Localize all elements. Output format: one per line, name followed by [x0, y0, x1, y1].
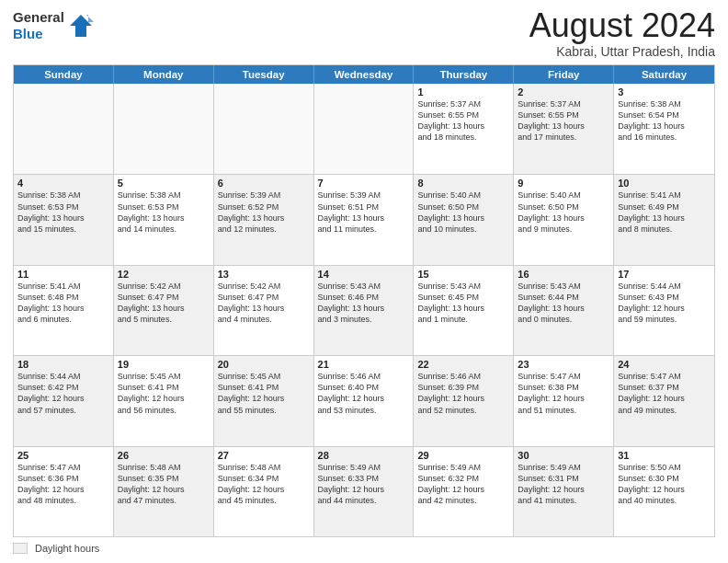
calendar-cell-23: 23Sunrise: 5:47 AM Sunset: 6:38 PM Dayli… — [514, 356, 614, 445]
day-number: 21 — [318, 359, 410, 370]
day-number: 12 — [118, 269, 210, 280]
calendar-cell-15: 15Sunrise: 5:43 AM Sunset: 6:45 PM Dayli… — [414, 266, 514, 355]
calendar-cell-21: 21Sunrise: 5:46 AM Sunset: 6:40 PM Dayli… — [314, 356, 415, 445]
weekday-header-wednesday: Wednesday — [314, 65, 415, 84]
calendar-row-2: 11Sunrise: 5:41 AM Sunset: 6:48 PM Dayli… — [14, 265, 714, 355]
day-number: 17 — [618, 269, 711, 280]
month-title: August 2024 — [529, 9, 715, 42]
day-info: Sunrise: 5:45 AM Sunset: 6:41 PM Dayligh… — [218, 371, 310, 416]
day-number: 11 — [17, 269, 109, 280]
day-number: 27 — [218, 450, 310, 461]
day-number: 2 — [518, 86, 609, 98]
day-info: Sunrise: 5:39 AM Sunset: 6:52 PM Dayligh… — [218, 190, 310, 235]
page: General Blue August 2024 Kabrai, Uttar P… — [0, 0, 728, 563]
day-number: 3 — [618, 86, 711, 98]
calendar-cell-empty — [114, 84, 214, 174]
logo-icon — [68, 13, 94, 39]
day-number: 10 — [618, 178, 711, 189]
day-info: Sunrise: 5:47 AM Sunset: 6:36 PM Dayligh… — [17, 462, 109, 507]
calendar-cell-5: 5Sunrise: 5:38 AM Sunset: 6:53 PM Daylig… — [114, 175, 214, 264]
day-number: 5 — [118, 178, 210, 189]
calendar-cell-empty — [314, 84, 415, 174]
day-info: Sunrise: 5:44 AM Sunset: 6:43 PM Dayligh… — [618, 281, 711, 326]
day-info: Sunrise: 5:38 AM Sunset: 6:54 PM Dayligh… — [618, 98, 711, 144]
calendar-cell-22: 22Sunrise: 5:46 AM Sunset: 6:39 PM Dayli… — [414, 356, 514, 445]
day-info: Sunrise: 5:42 AM Sunset: 6:47 PM Dayligh… — [118, 281, 210, 326]
day-number: 6 — [218, 178, 310, 189]
subtitle: Kabrai, Uttar Pradesh, India — [529, 44, 715, 59]
calendar-body: 1Sunrise: 5:37 AM Sunset: 6:55 PM Daylig… — [14, 84, 714, 536]
calendar-cell-1: 1Sunrise: 5:37 AM Sunset: 6:55 PM Daylig… — [414, 84, 514, 174]
calendar-cell-31: 31Sunrise: 5:50 AM Sunset: 6:30 PM Dayli… — [614, 447, 714, 536]
day-info: Sunrise: 5:43 AM Sunset: 6:46 PM Dayligh… — [318, 281, 410, 326]
calendar-cell-17: 17Sunrise: 5:44 AM Sunset: 6:43 PM Dayli… — [614, 266, 714, 355]
weekday-header-friday: Friday — [514, 65, 614, 84]
calendar-cell-11: 11Sunrise: 5:41 AM Sunset: 6:48 PM Dayli… — [14, 266, 114, 355]
day-info: Sunrise: 5:48 AM Sunset: 6:35 PM Dayligh… — [118, 462, 210, 507]
calendar-cell-2: 2Sunrise: 5:37 AM Sunset: 6:55 PM Daylig… — [514, 84, 614, 174]
calendar-cell-16: 16Sunrise: 5:43 AM Sunset: 6:44 PM Dayli… — [514, 266, 614, 355]
day-info: Sunrise: 5:44 AM Sunset: 6:42 PM Dayligh… — [17, 371, 109, 416]
calendar-cell-29: 29Sunrise: 5:49 AM Sunset: 6:32 PM Dayli… — [414, 447, 514, 536]
calendar-cell-8: 8Sunrise: 5:40 AM Sunset: 6:50 PM Daylig… — [414, 175, 514, 264]
calendar-cell-30: 30Sunrise: 5:49 AM Sunset: 6:31 PM Dayli… — [514, 447, 614, 536]
day-info: Sunrise: 5:50 AM Sunset: 6:30 PM Dayligh… — [618, 462, 711, 507]
legend: Daylight hours — [13, 543, 715, 554]
day-info: Sunrise: 5:47 AM Sunset: 6:37 PM Dayligh… — [618, 371, 711, 416]
day-number: 20 — [218, 359, 310, 370]
weekday-header-thursday: Thursday — [414, 65, 514, 84]
svg-marker-1 — [86, 15, 94, 22]
calendar-cell-19: 19Sunrise: 5:45 AM Sunset: 6:41 PM Dayli… — [114, 356, 214, 445]
day-info: Sunrise: 5:41 AM Sunset: 6:49 PM Dayligh… — [618, 190, 711, 235]
day-info: Sunrise: 5:45 AM Sunset: 6:41 PM Dayligh… — [118, 371, 210, 416]
day-number: 4 — [17, 178, 109, 189]
calendar-cell-9: 9Sunrise: 5:40 AM Sunset: 6:50 PM Daylig… — [514, 175, 614, 264]
day-info: Sunrise: 5:47 AM Sunset: 6:38 PM Dayligh… — [518, 371, 609, 416]
day-number: 23 — [518, 359, 609, 370]
day-info: Sunrise: 5:43 AM Sunset: 6:44 PM Dayligh… — [518, 281, 609, 326]
day-info: Sunrise: 5:49 AM Sunset: 6:32 PM Dayligh… — [417, 462, 509, 507]
header: General Blue August 2024 Kabrai, Uttar P… — [13, 9, 715, 59]
day-info: Sunrise: 5:37 AM Sunset: 6:55 PM Dayligh… — [417, 98, 509, 144]
legend-label: Daylight hours — [35, 543, 99, 554]
calendar-cell-4: 4Sunrise: 5:38 AM Sunset: 6:53 PM Daylig… — [14, 175, 114, 264]
logo-general: General Blue — [13, 9, 64, 42]
day-number: 7 — [318, 178, 410, 189]
day-number: 8 — [417, 178, 509, 189]
day-number: 28 — [318, 450, 410, 461]
day-number: 29 — [417, 450, 509, 461]
day-number: 9 — [518, 178, 609, 189]
calendar-cell-10: 10Sunrise: 5:41 AM Sunset: 6:49 PM Dayli… — [614, 175, 714, 264]
day-number: 15 — [417, 269, 509, 280]
calendar-cell-25: 25Sunrise: 5:47 AM Sunset: 6:36 PM Dayli… — [14, 447, 114, 536]
calendar-cell-20: 20Sunrise: 5:45 AM Sunset: 6:41 PM Dayli… — [214, 356, 314, 445]
day-number: 1 — [417, 86, 509, 98]
logo: General Blue — [13, 9, 94, 42]
day-info: Sunrise: 5:38 AM Sunset: 6:53 PM Dayligh… — [118, 190, 210, 235]
calendar-cell-3: 3Sunrise: 5:38 AM Sunset: 6:54 PM Daylig… — [614, 84, 714, 174]
day-number: 22 — [417, 359, 509, 370]
day-number: 14 — [318, 269, 410, 280]
day-info: Sunrise: 5:42 AM Sunset: 6:47 PM Dayligh… — [218, 281, 310, 326]
calendar-row-3: 18Sunrise: 5:44 AM Sunset: 6:42 PM Dayli… — [14, 355, 714, 445]
weekday-header-sunday: Sunday — [14, 65, 114, 84]
day-info: Sunrise: 5:46 AM Sunset: 6:39 PM Dayligh… — [417, 371, 509, 416]
calendar: SundayMondayTuesdayWednesdayThursdayFrid… — [13, 64, 715, 537]
day-info: Sunrise: 5:49 AM Sunset: 6:33 PM Dayligh… — [318, 462, 410, 507]
calendar-cell-empty — [14, 84, 114, 174]
calendar-cell-7: 7Sunrise: 5:39 AM Sunset: 6:51 PM Daylig… — [314, 175, 415, 264]
calendar-cell-13: 13Sunrise: 5:42 AM Sunset: 6:47 PM Dayli… — [214, 266, 314, 355]
calendar-header: SundayMondayTuesdayWednesdayThursdayFrid… — [14, 65, 714, 84]
day-number: 31 — [618, 450, 711, 461]
day-info: Sunrise: 5:46 AM Sunset: 6:40 PM Dayligh… — [318, 371, 410, 416]
calendar-cell-6: 6Sunrise: 5:39 AM Sunset: 6:52 PM Daylig… — [214, 175, 314, 264]
calendar-cell-empty — [214, 84, 314, 174]
weekday-header-monday: Monday — [114, 65, 214, 84]
calendar-cell-26: 26Sunrise: 5:48 AM Sunset: 6:35 PM Dayli… — [114, 447, 214, 536]
day-number: 19 — [118, 359, 210, 370]
calendar-cell-24: 24Sunrise: 5:47 AM Sunset: 6:37 PM Dayli… — [614, 356, 714, 445]
day-number: 24 — [618, 359, 711, 370]
day-info: Sunrise: 5:43 AM Sunset: 6:45 PM Dayligh… — [417, 281, 509, 326]
day-number: 25 — [17, 450, 109, 461]
day-info: Sunrise: 5:40 AM Sunset: 6:50 PM Dayligh… — [518, 190, 609, 235]
